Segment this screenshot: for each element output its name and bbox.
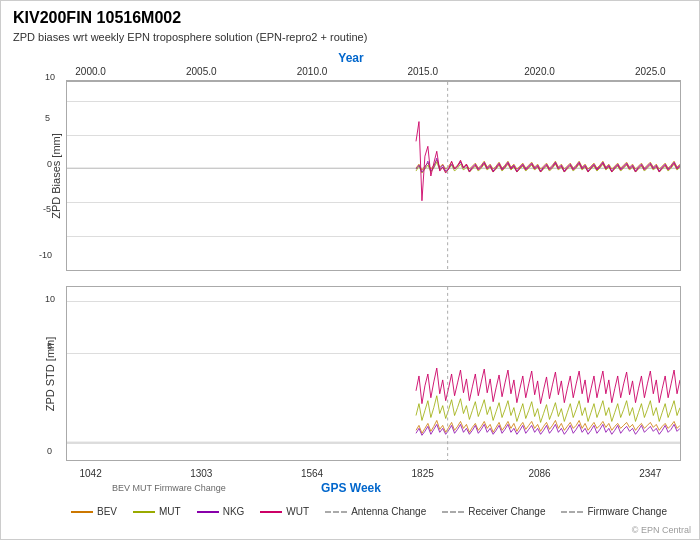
legend-receiver-change: Receiver Change [442,506,545,517]
ytick-upper-neg5: -5 [43,204,51,214]
chart-subtitle: ZPD biases wrt weekly EPN troposphere so… [13,31,367,43]
legend: BEV MUT NKG WUT Antenna Change Receiver … [71,506,667,517]
ytick-upper-5: 5 [45,113,50,123]
legend-bev-label: BEV [97,506,117,517]
year-tick-2015: 2015.0 [407,66,438,77]
legend-bev: BEV [71,506,117,517]
legend-mut: MUT [133,506,181,517]
chart-title: KIV200FIN 10516M002 [13,9,181,27]
year-tick-2020: 2020.0 [524,66,555,77]
legend-firmware-line [561,511,583,513]
year-axis-label: Year [338,51,363,65]
chart-area: Year 2000.0 2005.0 2010.0 2015.0 2020.0 … [11,51,691,501]
year-tick-2000: 2000.0 [75,66,106,77]
legend-nkg: NKG [197,506,245,517]
ytick-upper-neg10: -10 [39,250,52,260]
legend-wut-label: WUT [286,506,309,517]
legend-mut-line [133,511,155,513]
legend-mut-label: MUT [159,506,181,517]
gps-tick-2347: 2347 [639,468,661,479]
ytick-lower-5: 5 [47,341,52,351]
legend-antenna-label: Antenna Change [351,506,426,517]
gps-tick-1303: 1303 [190,468,212,479]
ytick-upper-0: 0 [47,159,52,169]
legend-firmware-label: Firmware Change [587,506,666,517]
year-tick-2010: 2010.0 [297,66,328,77]
gps-axis-label: GPS Week [321,481,381,495]
ytick-lower-10: 10 [45,294,55,304]
gps-tick-1564: 1564 [301,468,323,479]
firmware-change-label: BEV MUT Firmware Change [112,483,226,493]
legend-antenna-line [325,511,347,513]
legend-nkg-line [197,511,219,513]
gps-tick-1042: 1042 [79,468,101,479]
legend-receiver-line [442,511,464,513]
gps-tick-1825: 1825 [412,468,434,479]
legend-receiver-label: Receiver Change [468,506,545,517]
legend-bev-line [71,511,93,513]
upper-chart-panel [66,81,681,271]
year-tick-2005: 2005.0 [186,66,217,77]
year-tick-2025: 2025.0 [635,66,666,77]
legend-antenna-change: Antenna Change [325,506,426,517]
epn-credit: © EPN Central [632,525,691,535]
lower-chart-panel [66,286,681,461]
ytick-lower-0: 0 [47,446,52,456]
legend-firmware-change: Firmware Change [561,506,666,517]
legend-wut: WUT [260,506,309,517]
legend-nkg-label: NKG [223,506,245,517]
upper-chart-svg [67,82,680,270]
legend-wut-line [260,511,282,513]
lower-chart-svg [67,287,680,460]
year-axis: 2000.0 2005.0 2010.0 2015.0 2020.0 2025.… [66,66,681,81]
ytick-upper-10: 10 [45,72,55,82]
gps-tick-2086: 2086 [528,468,550,479]
chart-container: KIV200FIN 10516M002 ZPD biases wrt weekl… [0,0,700,540]
